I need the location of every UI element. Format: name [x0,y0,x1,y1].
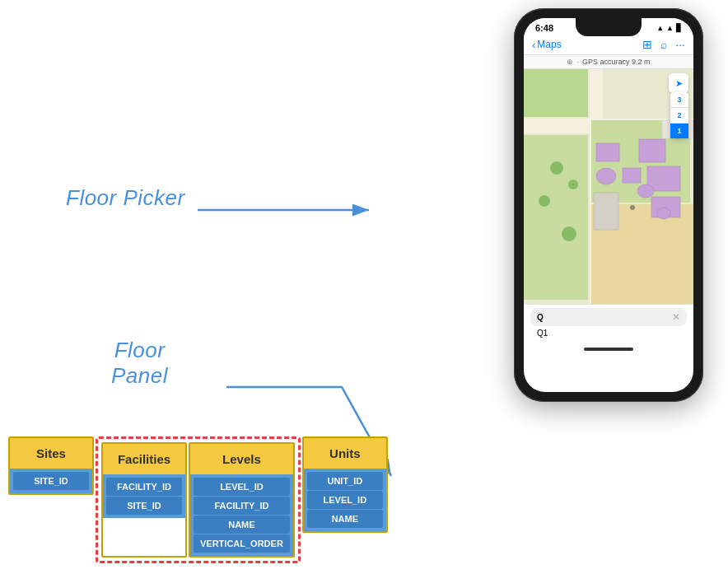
sites-table-header: Sites [10,438,92,469]
levels-table: Levels LEVEL_ID FACILITY_ID NAME VERTICA… [189,442,295,558]
svg-point-17 [637,184,654,198]
facilities-table-header: Facilities [103,444,185,474]
svg-rect-12 [623,168,641,183]
facilities-fields: FACILITY_ID SITE_ID [103,474,185,518]
nav-back-label: Maps [537,39,561,50]
levels-field-2: NAME [194,516,290,534]
sites-field-0: SITE_ID [13,472,89,490]
phone-notch [576,18,642,36]
floor-panel-label: FloorPanel [111,338,168,389]
nav-back-button[interactable]: ‹ Maps [532,39,562,51]
more-icon[interactable]: ··· [675,38,685,51]
battery-icon: ▊ [676,24,682,32]
levels-field-0: LEVEL_ID [194,478,290,496]
tables-container: Sites SITE_ID Facilities FACILITY_ID SIT… [8,436,388,563]
svg-point-16 [596,168,616,184]
levels-field-1: FACILITY_ID [194,497,290,515]
search-result-item[interactable]: Q1 [530,326,687,340]
svg-point-21 [568,180,578,189]
svg-point-20 [550,161,563,175]
wifi-icon: ▲ [666,24,674,32]
floor-picker-widget[interactable]: 3 2 1 [670,92,688,138]
svg-point-18 [657,208,670,219]
status-time: 6:48 [535,23,553,33]
map-svg [524,69,693,304]
signal-icon: ▲ [656,24,664,32]
levels-field-3: VERTICAL_ORDER [194,534,290,553]
svg-rect-8 [524,135,588,300]
sites-table: Sites SITE_ID [8,436,94,495]
gps-bar: ⊕ · GPS accuracy 9.2 m [524,55,693,69]
units-field-0: UNIT_ID [307,472,383,490]
units-table: Units UNIT_ID LEVEL_ID NAME [302,436,388,533]
back-chevron-icon: ‹ [532,39,535,51]
floor-level-3[interactable]: 3 [670,92,688,108]
svg-rect-15 [594,193,618,230]
floor-level-1[interactable]: 1 [670,124,688,138]
map-area[interactable]: ➤ 3 2 1 [524,69,693,304]
location-icon: ➤ [675,78,683,89]
svg-point-24 [630,205,635,210]
svg-rect-11 [639,139,665,162]
units-field-2: NAME [307,510,383,528]
layers-icon[interactable]: ⊞ [642,38,652,51]
gps-signal-icon: ⊕ [567,58,573,66]
phone-outer: 6:48 ▲ ▲ ▊ ‹ Maps ⊞ ⌕ ··· [514,8,703,402]
home-bar [584,348,633,351]
search-query-text: Q [537,313,544,322]
phone-mockup: 6:48 ▲ ▲ ▊ ‹ Maps ⊞ ⌕ ··· [514,8,703,404]
levels-fields: LEVEL_ID FACILITY_ID NAME VERTICAL_ORDER [190,474,293,556]
search-bar-area: Q ✕ Q1 [524,304,693,343]
units-table-header: Units [304,438,386,469]
units-fields: UNIT_ID LEVEL_ID NAME [304,469,386,531]
svg-rect-7 [524,69,588,117]
facilities-field-1: SITE_ID [106,497,182,515]
facilities-field-0: FACILITY_ID [106,478,182,496]
svg-rect-10 [596,143,619,161]
facilities-table: Facilities FACILITY_ID SITE_ID [101,442,187,558]
levels-table-header: Levels [190,444,293,474]
sites-fields: SITE_ID [10,469,92,493]
clear-search-icon[interactable]: ✕ [672,311,680,323]
search-icon[interactable]: ⌕ [660,38,667,51]
search-bar[interactable]: Q ✕ [530,308,687,326]
home-indicator [524,343,693,355]
floor-picker-label: Floor Picker [66,185,185,211]
phone-screen: 6:48 ▲ ▲ ▊ ‹ Maps ⊞ ⌕ ··· [524,18,693,392]
nav-bar: ‹ Maps ⊞ ⌕ ··· [524,35,693,55]
units-field-1: LEVEL_ID [307,491,383,509]
gps-dot: · [576,58,579,66]
gps-text: GPS accuracy 9.2 m [582,58,651,66]
location-button[interactable]: ➤ [669,73,688,93]
floor-picker-arrow [198,189,379,231]
status-icons: ▲ ▲ ▊ [656,24,682,32]
highlighted-tables: Facilities FACILITY_ID SITE_ID Levels LE… [96,436,301,563]
svg-point-22 [539,195,550,207]
floor-level-2[interactable]: 2 [670,108,688,124]
nav-action-icons: ⊞ ⌕ ··· [642,38,685,51]
svg-point-23 [562,226,576,241]
